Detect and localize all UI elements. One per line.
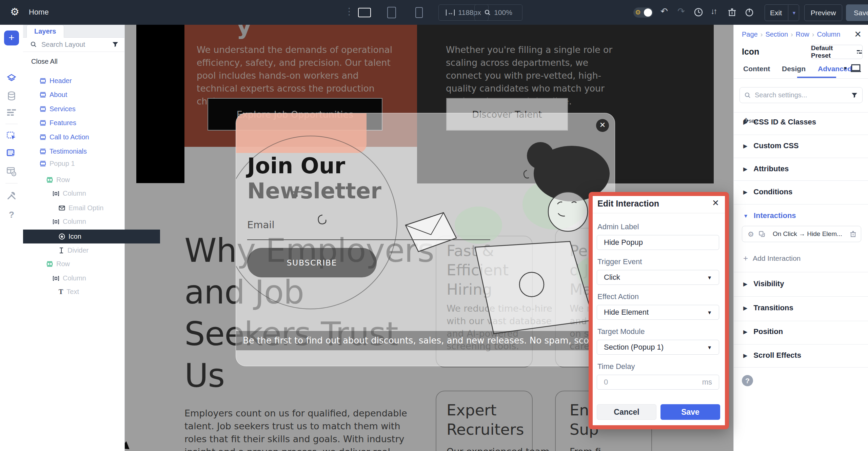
layer-label: About: [50, 91, 67, 99]
effect-action-select[interactable]: Hide Element ▼: [597, 305, 719, 320]
time-delay-value: 0: [604, 378, 702, 387]
accordion-position[interactable]: ▶ Position: [743, 327, 783, 336]
power-icon[interactable]: [745, 7, 754, 17]
theme-toggle[interactable]: ⚙: [633, 7, 653, 18]
layer-item-features[interactable]: Features: [23, 116, 141, 130]
interaction-item[interactable]: ⚙ On Click → Hide Elem...: [742, 226, 861, 242]
accordion-visibility[interactable]: ▶ Visibility: [743, 279, 784, 288]
layer-item-column[interactable]: Column: [23, 271, 154, 285]
zoom-control[interactable]: 100%: [474, 4, 522, 21]
popup-caption-band: Be the first to find out about discounts…: [236, 331, 615, 350]
accordion-conditions[interactable]: ▶ Conditions: [743, 188, 792, 196]
breadcrumb: Page› Section› Row› Column: [742, 31, 840, 38]
breadcrumb-page[interactable]: Page: [742, 31, 758, 38]
duplicate-icon[interactable]: [759, 231, 765, 237]
add-interaction-button[interactable]: + Add Interaction: [743, 254, 801, 263]
phone-view-icon[interactable]: [415, 7, 423, 18]
add-element-button[interactable]: +: [4, 31, 19, 45]
admin-label-value: Hide Popup: [604, 238, 643, 247]
responsive-device-icon[interactable]: [851, 64, 861, 73]
layer-item-email-optin[interactable]: Email Optin: [23, 201, 160, 215]
layers-panel-icon[interactable]: [6, 73, 17, 83]
toggle-knob: [644, 8, 652, 17]
popup-close-icon[interactable]: ✕: [596, 119, 609, 132]
desktop-view-icon[interactable]: [358, 8, 371, 17]
layer-item-testimonials[interactable]: Testimonials: [23, 144, 141, 158]
settings-search[interactable]: Search settings...: [739, 87, 863, 103]
undo-icon[interactable]: ↶: [660, 7, 668, 16]
modal-cancel-button[interactable]: Cancel: [597, 404, 656, 420]
accordion-custom-css[interactable]: ▶ Custom CSS: [743, 141, 799, 150]
global-settings-icon[interactable]: [7, 109, 16, 117]
target-module-select[interactable]: Section (Popup 1) ▼: [597, 340, 719, 355]
preview-button[interactable]: Preview: [804, 4, 842, 21]
redo-icon[interactable]: ↷: [677, 7, 685, 16]
accordion-transitions[interactable]: ▶ Transitions: [743, 303, 793, 312]
row-icon: [46, 261, 53, 267]
layer-item-column[interactable]: Column: [23, 187, 154, 200]
layout-search-placeholder: Search Layout: [41, 41, 112, 48]
layer-item-row[interactable]: Row: [23, 173, 148, 187]
trigger-event-select[interactable]: Click ▼: [597, 270, 719, 285]
layer-item-divider[interactable]: Divider: [23, 243, 160, 257]
layer-item-header[interactable]: Header: [23, 74, 141, 88]
time-delay-input[interactable]: 0 ms: [597, 375, 719, 390]
modal-save-button[interactable]: Save: [660, 404, 720, 420]
history-clock-icon[interactable]: [694, 7, 703, 17]
layer-label: Call to Action: [50, 133, 89, 141]
template-preview-icon[interactable]: [6, 166, 17, 177]
tab-layers[interactable]: Layers: [26, 25, 64, 38]
trash-icon[interactable]: [728, 7, 736, 17]
tab-content[interactable]: Content: [743, 65, 770, 73]
layer-label: Popup 1: [50, 160, 75, 168]
chevron-right-icon: ▶: [743, 329, 747, 335]
subscribe-button[interactable]: SUBSCRIBE: [247, 248, 377, 277]
delete-interaction-trash-icon[interactable]: [850, 231, 856, 237]
panel-help-button[interactable]: ?: [742, 375, 753, 386]
layer-item-call-to-action[interactable]: Call to Action: [23, 130, 141, 144]
accordion-interactions-expanded[interactable]: ▼ Interactions: [743, 211, 796, 220]
sort-arrows-icon[interactable]: ↓↑: [711, 7, 716, 15]
popup-heading-line2: Newsletter: [247, 178, 381, 203]
filter-funnel-icon[interactable]: [112, 42, 118, 47]
panel-close-icon[interactable]: ✕: [854, 29, 862, 40]
add-interaction-label: Add Interaction: [753, 254, 801, 262]
filter-funnel-icon[interactable]: [851, 93, 857, 98]
exit-button[interactable]: Exit ▼: [765, 4, 799, 21]
help-icon[interactable]: ?: [9, 210, 14, 220]
breadcrumb-row[interactable]: Row: [796, 31, 809, 38]
breadcrumb-section[interactable]: Section: [765, 31, 788, 38]
layer-item-about[interactable]: About: [23, 88, 141, 102]
accordion-attributes[interactable]: ▶ Attributes: [743, 164, 789, 173]
accordion-css-id-classes[interactable]: ▶ CSS ID & Classes: [743, 118, 816, 126]
save-button[interactable]: Save: [846, 4, 868, 21]
tabs-more-caret-icon[interactable]: ▼: [843, 65, 848, 71]
accordion-scroll-effects[interactable]: ▶ Scroll Effects: [743, 351, 801, 360]
kebab-menu-icon[interactable]: ⋮: [344, 7, 354, 16]
layer-item-icon-selected[interactable]: Icon: [23, 230, 160, 243]
selector-tool-active-icon[interactable]: [6, 148, 17, 158]
layout-search[interactable]: Search Layout: [23, 37, 124, 52]
layer-label: Column: [63, 218, 86, 225]
exit-dropdown-caret-icon[interactable]: ▼: [788, 10, 800, 16]
modal-close-icon[interactable]: ✕: [712, 198, 719, 208]
layer-label: Services: [50, 105, 76, 113]
layer-item-services[interactable]: Services: [23, 102, 141, 116]
layer-item-column[interactable]: Column: [23, 215, 154, 229]
interaction-settings-gear-icon[interactable]: ⚙: [748, 231, 754, 238]
selector-tool-icon[interactable]: [6, 131, 17, 141]
admin-label-input[interactable]: Hide Popup: [597, 235, 719, 250]
layer-item-row[interactable]: Row: [23, 257, 148, 271]
tools-icon[interactable]: [6, 190, 17, 200]
breadcrumb-column[interactable]: Column: [817, 31, 840, 38]
close-all-button[interactable]: Close All: [23, 55, 133, 68]
tab-design[interactable]: Design: [782, 65, 806, 73]
tablet-view-icon[interactable]: [387, 7, 396, 18]
settings-gear-icon[interactable]: ⚙: [10, 7, 19, 17]
layer-item-popup-1[interactable]: Popup 1: [23, 157, 141, 171]
layer-item-text[interactable]: T Text: [23, 285, 160, 299]
default-preset-button[interactable]: Default Preset: [811, 45, 863, 59]
database-icon[interactable]: [7, 91, 16, 101]
email-field-placeholder[interactable]: Email: [247, 219, 274, 231]
layer-label: Header: [50, 77, 72, 85]
